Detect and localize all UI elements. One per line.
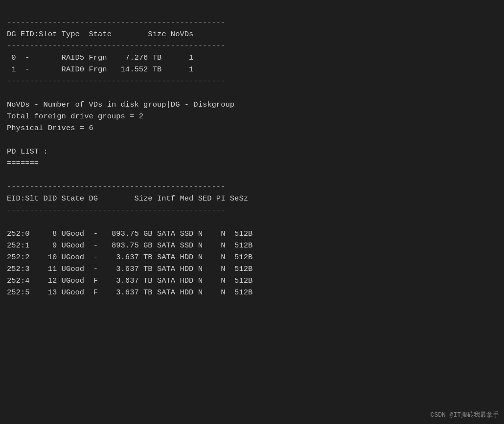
pd-row-3: 252:3 11 UGood - 3.637 TB SATA HDD N N 5… (7, 265, 252, 273)
pd-list-title: PD LIST : (7, 147, 48, 156)
dg-row-1: 1 - RAID0 Frgn 14.552 TB 1 (7, 65, 193, 74)
dg-row-0: 0 - RAID5 Frgn 7.276 TB 1 (7, 53, 193, 62)
pd-row-0: 252:0 8 UGood - 893.75 GB SATA SSD N N 5… (7, 229, 252, 238)
dg-separator-2: ----------------------------------------… (7, 77, 225, 86)
pd-separator-2: ----------------------------------------… (7, 206, 225, 215)
terminal-window: ----------------------------------------… (0, 0, 504, 424)
pd-row-5: 252:5 13 UGood F 3.637 TB SATA HDD N N 5… (7, 288, 252, 297)
pd-equals: ======= (7, 159, 39, 168)
info-line-2: Physical Drives = 6 (7, 124, 93, 133)
watermark: CSDN @IT搬砖我最拿手 (431, 410, 499, 420)
pd-row-2: 252:2 10 UGood - 3.637 TB SATA HDD N N 5… (7, 253, 252, 262)
pd-row-4: 252:4 12 UGood F 3.637 TB SATA HDD N N 5… (7, 276, 252, 285)
info-line-1: Total foreign drive groups = 2 (7, 112, 143, 121)
pd-header: EID:Slt DID State DG Size Intf Med SED P… (7, 194, 248, 203)
top-separator: ----------------------------------------… (7, 18, 225, 27)
dg-separator-1: ----------------------------------------… (7, 42, 225, 50)
pd-row-1: 252:1 9 UGood - 893.75 GB SATA SSD N N 5… (7, 241, 252, 250)
dg-header: DG EID:Slot Type State Size NoVDs (7, 30, 193, 39)
pd-separator-1: ----------------------------------------… (7, 182, 225, 191)
info-line-0: NoVDs - Number of VDs in disk group|DG -… (7, 100, 234, 109)
